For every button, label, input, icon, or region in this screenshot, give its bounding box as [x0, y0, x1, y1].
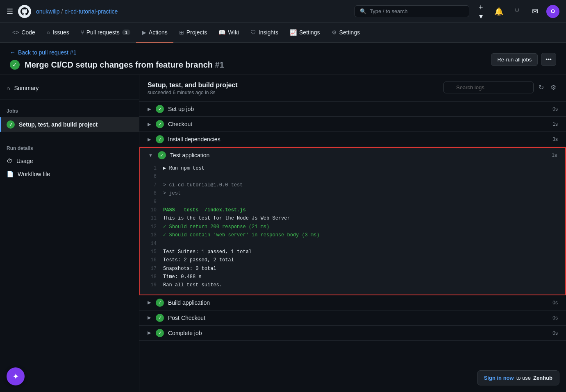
step-name: Test application [170, 152, 548, 159]
inbox-button[interactable]: ✉ [528, 5, 541, 18]
step-install-dependencies[interactable]: ▶ ✓ Install dependencies 3s [139, 132, 566, 147]
log-line-content: ✓ Should contain 'web server' in respons… [163, 231, 320, 239]
top-nav-right: ＋ ▾ 🔔 ⑂ ✉ O [474, 5, 559, 18]
run-details-section-title: Run details [0, 142, 139, 154]
sidebar-item-usage[interactable]: ⏱ Usage [0, 154, 139, 168]
chevron-right-icon: ▶ [148, 137, 151, 142]
step-build-application[interactable]: ▶ ✓ Build application 0s [139, 295, 566, 310]
notifications-button[interactable]: 🔔 [492, 5, 505, 18]
nav-projects-label: Projects [186, 29, 207, 36]
step-time: 3s [552, 136, 558, 142]
breadcrumb-separator: / [61, 8, 63, 15]
log-line-num: 10 [148, 206, 157, 214]
step-check-icon: ✓ [156, 299, 164, 307]
rerun-all-jobs-button[interactable]: Re-run all jobs [491, 53, 538, 66]
step-post-checkout[interactable]: ▶ ✓ Post Checkout 0s [139, 310, 566, 326]
log-line-num: 7 [148, 181, 157, 189]
nav-pullrequests[interactable]: ⑂ Pull requests 1 [75, 23, 136, 43]
log-line-content: Ran all test suites. [163, 281, 222, 289]
nav-code[interactable]: <> Code [7, 23, 41, 43]
log-line-num: 8 [148, 189, 157, 197]
step-setup-job[interactable]: ▶ ✓ Set up job 0s [139, 102, 566, 117]
zenhub-float-button[interactable]: ✦ [7, 367, 25, 385]
step-checkout[interactable]: ▶ ✓ Checkout 1s [139, 117, 566, 132]
step-time: 0s [552, 330, 558, 336]
zenhub-sign-in-link[interactable]: Sign in now [484, 375, 514, 381]
sidebar-item-job[interactable]: ✓ Setup, test, and build project [0, 117, 139, 132]
back-link[interactable]: ← Back to pull request #1 [10, 49, 224, 56]
refresh-logs-button[interactable]: ↻ [537, 82, 546, 93]
log-line: 15Test Suites: 1 passed, 1 total [148, 248, 557, 256]
log-line: 11 This is the test for the Node Js Web … [148, 214, 557, 222]
more-options-button[interactable]: ••• [541, 53, 556, 66]
fork-button[interactable]: ⑂ [510, 5, 523, 18]
zenhub-brand: Zenhub [533, 375, 552, 381]
step-time: 1s [552, 152, 557, 158]
step-test-application-header[interactable]: ▼ ✓ Test application 1s [140, 148, 565, 163]
insights-icon: 📈 [290, 29, 297, 36]
breadcrumb-repo[interactable]: ci-cd-tutorial-practice [64, 8, 118, 15]
pr-icon: ⑂ [81, 29, 84, 36]
nav-wiki[interactable]: 📖 Wiki [213, 23, 244, 43]
nav-settings[interactable]: ⚙ Settings [326, 23, 366, 43]
home-icon: ⌂ [7, 85, 10, 91]
nav-issues[interactable]: ○ Issues [41, 23, 75, 43]
log-line-content: ✓ Should return 200 response (21 ms) [163, 223, 269, 231]
log-line: 16Tests: 2 passed, 2 total [148, 256, 557, 264]
breadcrumb-user[interactable]: onukwilip [36, 8, 60, 15]
log-line: 14 [148, 240, 557, 248]
search-logs-input[interactable] [443, 82, 534, 93]
avatar[interactable]: O [546, 5, 559, 18]
log-line: 17Snapshots: 0 total [148, 265, 557, 273]
search-logs-bar: 🔍 ↻ ⚙ [443, 82, 558, 93]
nav-insights-label: Settings [299, 29, 320, 36]
search-logs-wrapper: 🔍 [443, 82, 534, 93]
log-line-num: 14 [148, 240, 157, 248]
hamburger-icon[interactable]: ☰ [7, 7, 13, 16]
step-check-icon: ✓ [156, 105, 164, 113]
log-line-num: 19 [148, 281, 157, 289]
log-line: 1▶ Run npm test [148, 164, 557, 172]
log-line-num: 12 [148, 223, 157, 231]
nav-code-label: Code [21, 29, 35, 36]
sidebar-divider-1 [0, 100, 139, 100]
workflow-file-label: Workflow file [18, 171, 50, 177]
wiki-icon: 📖 [218, 29, 225, 36]
log-line-content: > ci-cd-tutorial@1.0.0 test [163, 181, 243, 189]
zenhub-suffix: to use [516, 375, 531, 381]
workflow-title: Merge CI/CD setup changes from feature b… [25, 60, 224, 70]
log-line: 19Ran all test suites. [148, 281, 557, 289]
create-new-button[interactable]: ＋ ▾ [474, 5, 487, 18]
log-line-num: 13 [148, 231, 157, 239]
job-subtitle: succeeded 6 minutes ago in 8s [148, 90, 238, 95]
step-complete-job[interactable]: ▶ ✓ Complete job 0s [139, 326, 566, 341]
chevron-right-icon: ▶ [148, 122, 151, 127]
log-line-num: 16 [148, 256, 157, 264]
step-check-icon: ✓ [156, 314, 164, 322]
log-line-content: ▶ Run npm test [163, 164, 205, 172]
settings-logs-button[interactable]: ⚙ [549, 82, 558, 93]
nav-security-label: Insights [259, 29, 278, 36]
step-time: 0s [552, 300, 558, 306]
workflow-success-icon: ✓ [10, 60, 20, 70]
security-icon: 🛡 [250, 29, 256, 36]
nav-security[interactable]: 🛡 Insights [245, 23, 284, 43]
step-test-application-expanded: ▼ ✓ Test application 1s 1▶ Run npm test6… [139, 147, 566, 295]
pr-badge: 1 [122, 29, 130, 35]
log-line-num: 18 [148, 273, 157, 281]
logs-panel: Setup, test, and build project succeeded… [139, 75, 566, 392]
settings-icon: ⚙ [332, 29, 337, 36]
step-check-icon: ✓ [156, 120, 164, 128]
nav-projects[interactable]: ⊞ Projects [173, 23, 213, 43]
step-name: Set up job [168, 106, 548, 112]
global-search-bar[interactable]: 🔍 Type / to search [355, 5, 469, 17]
search-icon: 🔍 [360, 8, 366, 14]
nav-actions[interactable]: ▶ Actions [136, 23, 173, 43]
usage-icon: ⏱ [7, 158, 12, 164]
sidebar-item-summary[interactable]: ⌂ Summary [0, 82, 139, 95]
step-check-icon: ✓ [156, 329, 164, 337]
sidebar-item-workflow-file[interactable]: 📄 Workflow file [0, 168, 139, 181]
nav-insights[interactable]: 📈 Settings [284, 23, 326, 43]
log-line-num: 6 [148, 172, 157, 181]
search-placeholder: Type / to search [370, 8, 408, 14]
